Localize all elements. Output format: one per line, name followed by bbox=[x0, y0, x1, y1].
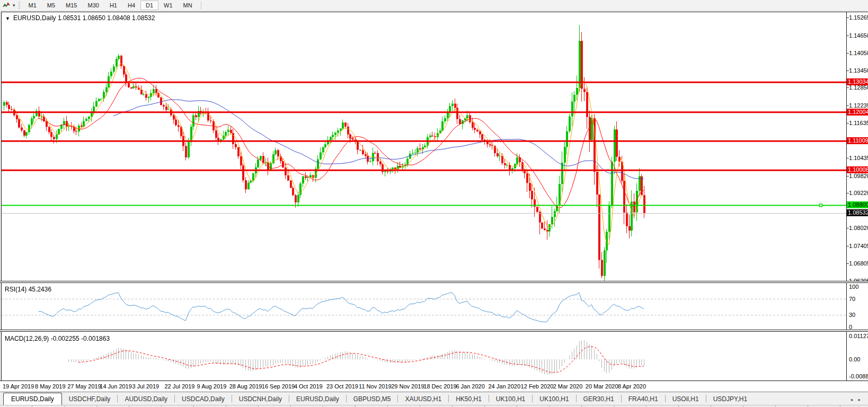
chart-title: ▼EURUSD,Daily 1.08531 1.08650 1.08408 1.… bbox=[5, 14, 155, 22]
toolbar-grip[interactable] bbox=[19, 2, 20, 9]
timeframe-button-h4[interactable]: H4 bbox=[122, 1, 140, 10]
date-tick-label: 28 Aug 2019 bbox=[229, 383, 262, 390]
date-tick-label: 3 Jul 2019 bbox=[132, 383, 159, 390]
time-axis: 19 Apr 20198 May 201927 May 201914 Jun 2… bbox=[0, 381, 868, 392]
rsi-tick-label: 30 bbox=[849, 312, 855, 318]
timeframe-button-h1[interactable]: H1 bbox=[104, 1, 122, 10]
macd-tick-label: -0.008845 bbox=[849, 373, 868, 379]
date-tick-label: 9 Aug 2019 bbox=[197, 383, 227, 390]
timeframe-button-m5[interactable]: M5 bbox=[42, 1, 60, 10]
price-tick-label: 1.10435 bbox=[849, 155, 868, 161]
chart-tab-hk50-h1[interactable]: HK50,H1 bbox=[449, 394, 489, 405]
date-tick-label: 2 Mar 2020 bbox=[553, 383, 583, 390]
chart-collapse-icon[interactable]: ▼ bbox=[5, 16, 10, 21]
date-tick-label: 16 Sep 2019 bbox=[262, 383, 295, 390]
date-tick-label: 24 Jan 2020 bbox=[489, 383, 521, 390]
price-tick-label: 1.12235 bbox=[849, 102, 868, 109]
chart-canvas[interactable] bbox=[2, 12, 846, 381]
chart-tab-uk100-h1[interactable]: UK100,H1 bbox=[533, 394, 575, 405]
date-tick-label: 8 May 2019 bbox=[35, 383, 65, 390]
chart-tab-usdcnh-daily[interactable]: USDCNH,Daily bbox=[232, 394, 289, 405]
chart-tab-eurusd-daily[interactable]: EURUSD,Daily bbox=[289, 394, 346, 405]
price-badge-support-line: 1.10008 bbox=[847, 166, 868, 173]
price-tick-label: 1.09820 bbox=[849, 173, 868, 179]
chart-mode-icon[interactable] bbox=[0, 0, 12, 11]
rsi-tick-label: 100 bbox=[849, 284, 858, 290]
timeframe-button-m30[interactable]: M30 bbox=[83, 1, 104, 10]
rsi-indicator-label: RSI(14) 45.2436 bbox=[5, 286, 51, 293]
date-tick-label: 20 Mar 2020 bbox=[586, 383, 618, 390]
date-tick-label: 27 May 2019 bbox=[67, 383, 101, 390]
chart-tab-bar: EURUSD,DailyUSDCHF,DailyAUDUSD,DailyUSDC… bbox=[0, 392, 868, 405]
top-toolbar: ▾ M1M5M15M30H1H4D1W1MN bbox=[0, 0, 868, 11]
timeframe-button-m15[interactable]: M15 bbox=[60, 1, 82, 10]
toolbar-separator bbox=[201, 1, 201, 10]
chart-tab-audusd-daily[interactable]: AUDUSD,Daily bbox=[118, 394, 174, 405]
price-badge-bid-price: 1.08532 bbox=[847, 209, 868, 216]
chart-tab-fra40-h1[interactable]: FRA40,H1 bbox=[622, 394, 665, 405]
date-tick-label: 19 Apr 2019 bbox=[3, 383, 34, 390]
price-tick-label: 1.07405 bbox=[849, 243, 868, 249]
price-badge-resistance-line: 1.12004 bbox=[847, 109, 868, 116]
price-tick-label: 1.08020 bbox=[849, 225, 868, 231]
status-strip bbox=[0, 405, 868, 407]
price-badge-resistance-line: 1.13034 bbox=[847, 78, 868, 85]
price-axis-border bbox=[846, 12, 847, 381]
timeframe-button-mn[interactable]: MN bbox=[178, 1, 198, 10]
chart-tab-usdchf-daily[interactable]: USDCHF,Daily bbox=[62, 394, 118, 405]
tab-scroll-arrows[interactable]: ◂ ▸ bbox=[850, 397, 868, 405]
price-badge-horizontal-line-object: 1.08800 bbox=[847, 201, 868, 208]
macd-tick-label: 0.011277 bbox=[849, 333, 868, 339]
price-tick-label: 1.06805 bbox=[849, 260, 868, 267]
date-tick-label: 18 Dec 2019 bbox=[423, 383, 456, 390]
macd-indicator-label: MACD(12,26,9) -0.002255 -0.001863 bbox=[5, 335, 110, 342]
price-tick-label: 1.13450 bbox=[849, 67, 868, 74]
price-tick-label: 1.11635 bbox=[849, 120, 868, 126]
chart-tab-uk100-h1[interactable]: UK100,H1 bbox=[489, 394, 532, 405]
price-rsi-splitter[interactable] bbox=[0, 281, 868, 283]
date-tick-label: 6 Jan 2020 bbox=[456, 383, 484, 390]
timeframe-button-m1[interactable]: M1 bbox=[23, 1, 42, 10]
price-tick-label: 1.15265 bbox=[849, 14, 868, 21]
chart-tab-usdjpy-h1[interactable]: USDJPY,H1 bbox=[706, 394, 754, 405]
macd-tick-label: 0.00 bbox=[849, 356, 860, 362]
date-tick-label: 11 Nov 2019 bbox=[359, 383, 392, 390]
timeframe-button-w1[interactable]: W1 bbox=[158, 1, 178, 10]
chart-tab-ger30-h1[interactable]: GER30,H1 bbox=[577, 394, 621, 405]
date-tick-label: 23 Oct 2019 bbox=[326, 383, 358, 390]
price-tick-label: 1.14050 bbox=[849, 50, 868, 56]
price-tick-label: 1.14650 bbox=[849, 32, 868, 39]
chart-tab-eurusd-daily[interactable]: EURUSD,Daily bbox=[3, 393, 62, 405]
date-tick-label: 22 Jul 2019 bbox=[165, 383, 195, 390]
chart-tab-usoil-h1[interactable]: USOil,H1 bbox=[666, 394, 706, 405]
date-tick-label: 8 Apr 2020 bbox=[618, 383, 646, 390]
price-tick-label: 1.09220 bbox=[849, 190, 868, 196]
rsi-tick-label: 70 bbox=[849, 296, 855, 302]
timeframe-button-d1[interactable]: D1 bbox=[140, 1, 158, 10]
timeframe-button-group: M1M5M15M30H1H4D1W1MN bbox=[23, 1, 198, 10]
date-tick-label: 14 Jun 2019 bbox=[100, 383, 132, 390]
price-badge-resistance-line: 1.11009 bbox=[847, 137, 868, 144]
chart-tab-gbpusd-m5[interactable]: GBPUSD,M5 bbox=[347, 394, 398, 405]
rsi-macd-splitter[interactable] bbox=[0, 330, 868, 332]
date-tick-label: 12 Feb 2020 bbox=[521, 383, 554, 390]
date-tick-label: 29 Nov 2019 bbox=[391, 383, 424, 390]
chart-mode-dropdown-icon[interactable]: ▾ bbox=[12, 3, 17, 8]
chart-tab-xauusd-h1[interactable]: XAUUSD,H1 bbox=[398, 394, 448, 405]
chart-tab-usdcad-daily[interactable]: USDCAD,Daily bbox=[175, 394, 232, 405]
date-tick-label: 4 Oct 2019 bbox=[294, 383, 323, 390]
